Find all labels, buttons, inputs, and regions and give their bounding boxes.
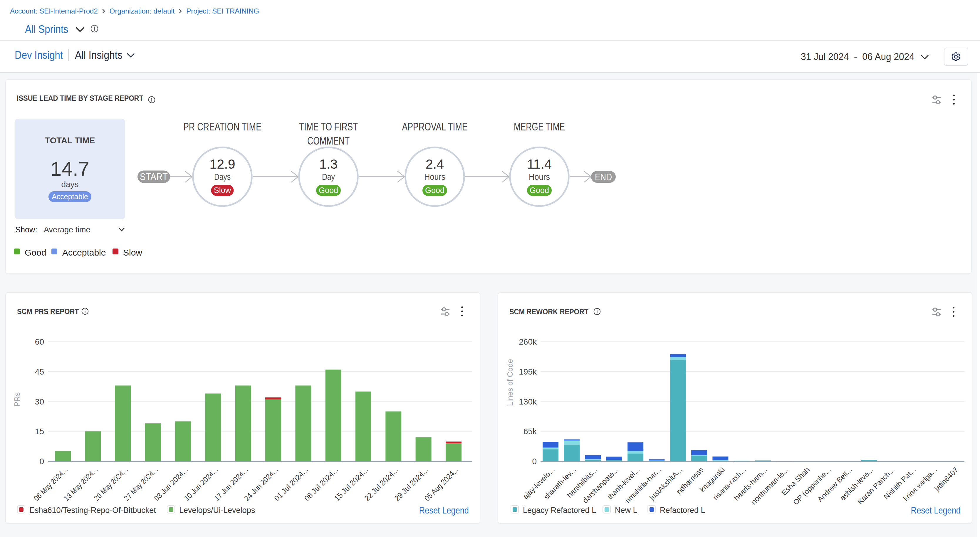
svg-text:12.9: 12.9: [210, 157, 235, 172]
svg-text:Karan Panch...: Karan Panch...: [856, 466, 896, 506]
svg-text:1.3: 1.3: [319, 157, 338, 172]
svg-text:11.4: 11.4: [527, 157, 552, 172]
svg-text:Good: Good: [425, 186, 444, 195]
svg-text:45: 45: [35, 367, 44, 376]
svg-text:Good: Good: [530, 186, 549, 195]
svg-text:60: 60: [35, 337, 44, 346]
svg-text:195k: 195k: [519, 367, 537, 376]
svg-text:TIME TO FIRST: TIME TO FIRST: [299, 121, 358, 133]
svg-text:65k: 65k: [523, 427, 537, 436]
svg-text:Hours: Hours: [424, 172, 445, 181]
svg-text:15: 15: [35, 427, 44, 436]
svg-text:0: 0: [39, 457, 44, 466]
svg-text:START: START: [140, 171, 168, 182]
svg-text:COMMENT: COMMENT: [307, 135, 350, 147]
svg-text:Good: Good: [319, 186, 338, 195]
svg-text:30: 30: [35, 397, 44, 406]
svg-text:MERGE TIME: MERGE TIME: [514, 121, 565, 133]
svg-text:Hours: Hours: [529, 172, 550, 181]
svg-text:OP (oppenhe...: OP (oppenhe...: [791, 466, 832, 507]
svg-text:PRs: PRs: [13, 392, 21, 407]
svg-text:Slow: Slow: [214, 186, 231, 195]
svg-text:APPROVAL TIME: APPROVAL TIME: [402, 121, 468, 133]
svg-text:0: 0: [532, 457, 537, 466]
svg-text:Day: Day: [322, 172, 335, 181]
svg-text:Lines of Code: Lines of Code: [506, 359, 514, 406]
svg-text:2.4: 2.4: [426, 157, 444, 172]
svg-text:END: END: [595, 172, 612, 183]
svg-text:130k: 130k: [519, 397, 537, 406]
svg-text:nonhuman-le...: nonhuman-le...: [749, 466, 790, 506]
svg-text:PR CREATION TIME: PR CREATION TIME: [183, 121, 261, 133]
svg-text:Days: Days: [214, 172, 231, 181]
svg-text:260k: 260k: [519, 337, 537, 346]
